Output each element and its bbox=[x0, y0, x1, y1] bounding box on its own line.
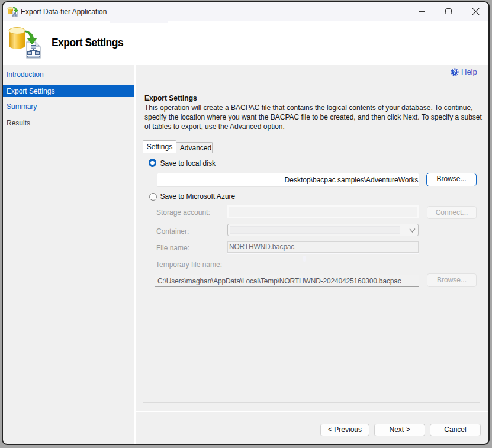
svg-text:?: ? bbox=[453, 69, 456, 75]
